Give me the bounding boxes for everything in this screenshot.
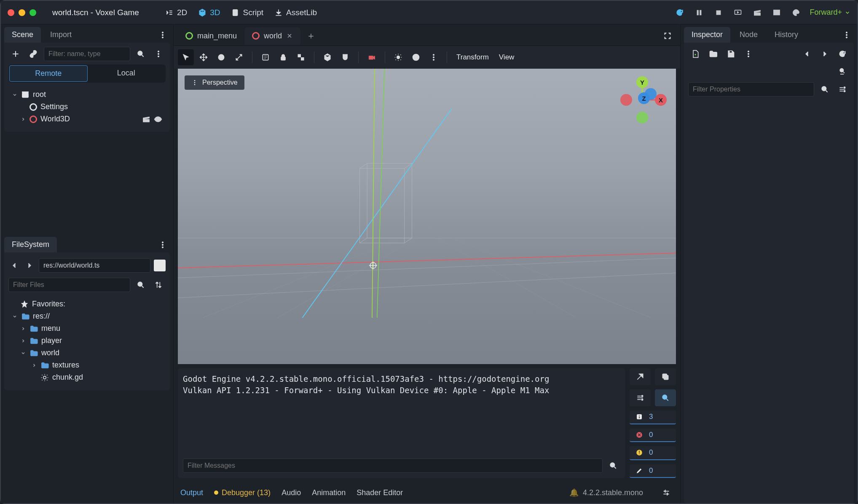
- add-scene-icon[interactable]: ＋: [300, 26, 322, 46]
- clear-output-icon[interactable]: [630, 368, 651, 385]
- bottom-tab-output[interactable]: Output: [180, 488, 203, 497]
- gizmo-neg-x[interactable]: [620, 94, 632, 106]
- play-remote-icon[interactable]: [732, 7, 744, 19]
- rotate-tool-icon[interactable]: [213, 49, 229, 65]
- inspector-resource-more-icon[interactable]: [741, 47, 756, 61]
- filter-messages-input[interactable]: [183, 458, 603, 473]
- workspace-tab-assetlib[interactable]: AssetLib: [274, 8, 317, 17]
- stop-icon[interactable]: [713, 7, 724, 19]
- fs-path-input[interactable]: [39, 258, 150, 273]
- bell-icon[interactable]: 🔔: [569, 488, 579, 497]
- palette-icon[interactable]: [790, 7, 802, 19]
- fs-search-icon[interactable]: [134, 278, 148, 292]
- pause-icon[interactable]: [693, 7, 705, 19]
- snap-icon[interactable]: [337, 49, 353, 65]
- gizmo-neg-z[interactable]: [645, 88, 657, 100]
- filter-messages-search-icon[interactable]: [606, 458, 620, 473]
- clapper-icon[interactable]: [751, 7, 763, 19]
- bottom-tab-audio[interactable]: Audio: [282, 488, 301, 497]
- group-icon[interactable]: [293, 49, 309, 65]
- filesystem-tab[interactable]: FileSystem: [4, 237, 57, 252]
- bottom-tab-animation[interactable]: Animation: [312, 488, 346, 497]
- reload-icon[interactable]: [674, 7, 686, 19]
- info-count[interactable]: 3: [630, 410, 676, 424]
- inspector-search-icon[interactable]: [818, 82, 832, 97]
- axis-gizmo[interactable]: Y X Z: [617, 75, 668, 125]
- close-window-button[interactable]: [8, 9, 14, 16]
- minimize-window-button[interactable]: [19, 9, 25, 16]
- fs-favorites[interactable]: Favorites:: [9, 298, 165, 310]
- inspector-tab-inspector[interactable]: Inspector: [684, 27, 730, 43]
- render-mode-dropdown[interactable]: Forward+: [810, 8, 850, 17]
- fs-menu[interactable]: menu: [9, 322, 165, 335]
- fs-world[interactable]: world: [9, 347, 165, 359]
- select-tool-icon[interactable]: [178, 49, 194, 65]
- fs-forward-icon[interactable]: [24, 260, 35, 271]
- workspace-tab-3d[interactable]: 3D: [198, 8, 220, 17]
- scene-dock-menu-icon[interactable]: [156, 28, 170, 42]
- fs-player[interactable]: player: [9, 335, 165, 347]
- fs-chunk[interactable]: chunk.gd: [9, 371, 165, 383]
- tree-node-settings[interactable]: Settings: [9, 101, 165, 113]
- bottom-expand-icon[interactable]: [659, 485, 673, 500]
- history-back-icon[interactable]: [800, 47, 814, 61]
- inspector-tab-history[interactable]: History: [767, 27, 806, 43]
- environment-icon[interactable]: [408, 49, 424, 65]
- visibility-icon[interactable]: [154, 115, 162, 123]
- scene-dock-tab-scene[interactable]: Scene: [4, 27, 41, 43]
- camera-preview-icon[interactable]: [364, 49, 380, 65]
- scene-search-icon[interactable]: [134, 47, 148, 61]
- gizmo-x-axis[interactable]: X: [655, 94, 667, 106]
- bottom-tab-shader[interactable]: Shader Editor: [357, 488, 403, 497]
- maximize-window-button[interactable]: [29, 9, 36, 16]
- viewport-more-icon[interactable]: [426, 49, 442, 65]
- workspace-tab-script[interactable]: Script: [231, 8, 264, 17]
- inspector-tab-node[interactable]: Node: [732, 27, 765, 43]
- fs-back-icon[interactable]: [8, 260, 20, 271]
- output-search-toggle-icon[interactable]: [655, 389, 676, 406]
- viewport-3d[interactable]: Perspective Y X Z: [178, 69, 676, 364]
- selectable-toggle-icon[interactable]: [257, 49, 273, 65]
- tree-node-root[interactable]: root: [9, 88, 165, 101]
- lock-icon[interactable]: [275, 49, 291, 65]
- inspector-options-icon[interactable]: [835, 82, 850, 97]
- cube-icon[interactable]: [319, 49, 335, 65]
- gizmo-neg-y[interactable]: [636, 112, 648, 123]
- close-icon[interactable]: [286, 32, 293, 39]
- filesystem-menu-icon[interactable]: [156, 238, 170, 252]
- add-node-icon[interactable]: [8, 47, 23, 61]
- distraction-free-icon[interactable]: [663, 32, 672, 40]
- output-settings-icon[interactable]: [630, 389, 651, 406]
- gizmo-y-axis[interactable]: Y: [636, 76, 648, 88]
- error-count[interactable]: 0: [630, 429, 676, 442]
- fs-filter-input[interactable]: [8, 278, 130, 292]
- refresh-inspector-icon[interactable]: [835, 47, 850, 61]
- history-forward-icon[interactable]: [818, 47, 832, 61]
- inspector-filter-input[interactable]: [688, 82, 814, 97]
- scene-tab-main-menu[interactable]: main_menu: [178, 27, 244, 45]
- scale-tool-icon[interactable]: [231, 49, 247, 65]
- fs-textures[interactable]: textures: [9, 359, 165, 371]
- warning-count[interactable]: 0: [630, 446, 676, 460]
- workspace-tab-2d[interactable]: 2D: [165, 8, 187, 17]
- open-script-icon[interactable]: [142, 115, 150, 123]
- move-tool-icon[interactable]: [196, 49, 212, 65]
- sun-icon[interactable]: [390, 49, 406, 65]
- perspective-dropdown[interactable]: Perspective: [185, 75, 244, 90]
- transform-menu[interactable]: Transform: [452, 51, 493, 64]
- link-node-icon[interactable]: [26, 47, 40, 61]
- scene-tab-world[interactable]: world: [244, 27, 300, 45]
- inspector-menu-icon[interactable]: [839, 28, 854, 42]
- movie-icon[interactable]: [771, 7, 783, 19]
- new-resource-icon[interactable]: [688, 47, 702, 61]
- scene-mode-local[interactable]: Local: [88, 65, 165, 82]
- bottom-tab-debugger[interactable]: Debugger (13): [214, 488, 271, 497]
- scene-filter-input[interactable]: [44, 47, 130, 61]
- view-menu[interactable]: View: [495, 51, 519, 64]
- fs-res[interactable]: res://: [9, 310, 165, 322]
- save-resource-icon[interactable]: [724, 47, 738, 61]
- scene-mode-remote[interactable]: Remote: [9, 65, 88, 82]
- tree-node-world3d[interactable]: World3D: [9, 113, 165, 125]
- copy-output-icon[interactable]: [655, 368, 676, 385]
- scene-dock-tab-import[interactable]: Import: [43, 27, 79, 43]
